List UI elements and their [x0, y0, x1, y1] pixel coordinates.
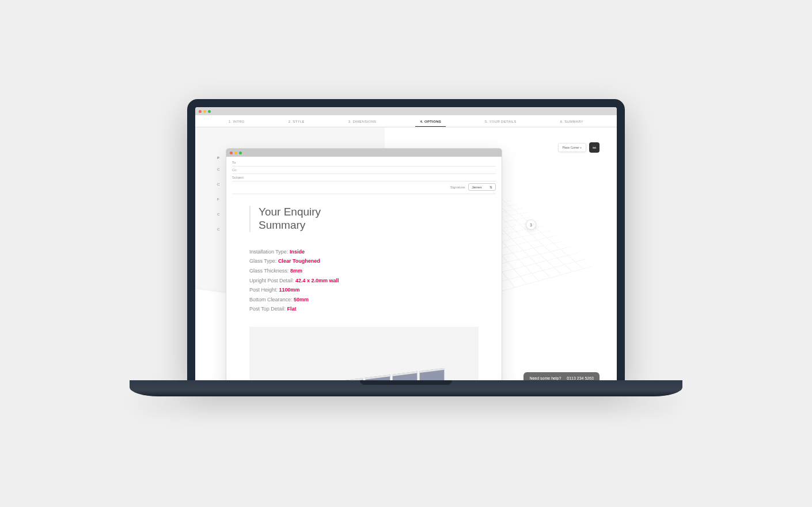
summary-value: 8mm: [290, 268, 302, 274]
step-tabs: 1. INTRO 2. STYLE 3. DIMENSIONS 4. OPTIO…: [195, 115, 617, 127]
close-icon[interactable]: [199, 110, 202, 113]
email-header-fields: To: Cc: Subject: Signature: James: [226, 157, 502, 195]
summary-value: Flat: [287, 306, 296, 312]
summary-row: Post Top Detail: Flat: [249, 304, 479, 314]
preview-render: [249, 327, 479, 381]
email-compose-window: To: Cc: Subject: Signature: James: [226, 148, 502, 381]
summary-value: 1100mm: [279, 287, 300, 293]
summary-row: Glass Thickness: 8mm: [249, 266, 479, 276]
email-body[interactable]: Your Enquiry Summary Installation Type: …: [226, 195, 502, 381]
signature-row: Signature: James ⇅: [232, 181, 496, 194]
summary-label: Glass Thickness:: [249, 268, 289, 274]
option-item[interactable]: C: [217, 168, 219, 171]
summary-row: Post Height: 1100mm: [249, 285, 479, 295]
laptop-screen-bezel: 1. INTRO 2. STYLE 3. DIMENSIONS 4. OPTIO…: [187, 99, 625, 381]
option-item[interactable]: C: [217, 228, 219, 231]
signature-select[interactable]: James ⇅: [468, 183, 496, 191]
laptop-mockup: 1. INTRO 2. STYLE 3. DIMENSIONS 4. OPTIO…: [130, 99, 682, 396]
summary-list: Installation Type: Inside Glass Type: Cl…: [249, 247, 479, 314]
summary-label: Glass Type:: [249, 258, 276, 264]
view-360-button[interactable]: 360: [589, 142, 599, 153]
tab-options[interactable]: 4. OPTIONS: [415, 117, 446, 127]
option-item[interactable]: C: [217, 183, 219, 186]
summary-label: Bottom Clearance:: [249, 297, 293, 302]
signature-value: James: [472, 186, 482, 189]
laptop-notch: [360, 380, 452, 385]
tab-details[interactable]: 5. YOUR DETAILS: [480, 117, 521, 127]
help-text: Need some help?: [529, 376, 561, 380]
maximize-icon[interactable]: [239, 152, 242, 154]
summary-label: Installation Type:: [249, 249, 288, 255]
summary-value: Inside: [290, 249, 305, 255]
option-group-label: P: [217, 156, 219, 160]
option-item[interactable]: F: [217, 198, 219, 201]
summary-label: Upright Post Detail:: [249, 278, 294, 283]
marker-badge[interactable]: 3: [526, 220, 536, 230]
summary-row: Installation Type: Inside: [249, 247, 479, 257]
minimize-icon[interactable]: [234, 152, 237, 154]
place-corner-button[interactable]: Place Corner +: [558, 143, 587, 152]
summary-value: 42.4 x 2.0mm wall: [295, 278, 339, 283]
summary-row: Bottom Clearance: 50mm: [249, 295, 479, 305]
maximize-icon[interactable]: [208, 110, 211, 113]
glass-panel: [419, 368, 445, 381]
close-icon[interactable]: [230, 152, 233, 154]
cc-label: Cc:: [232, 168, 251, 172]
preview-fence: [283, 368, 445, 381]
title-line1: Your Enquiry: [259, 206, 321, 218]
tab-summary[interactable]: 6. SUMMARY: [556, 117, 588, 127]
option-item[interactable]: C: [217, 213, 219, 216]
tab-style[interactable]: 2. STYLE: [284, 117, 309, 127]
app-content: P C C F C C: [195, 127, 617, 381]
minimize-icon[interactable]: [203, 110, 206, 113]
summary-heading: Your Enquiry Summary: [249, 206, 479, 232]
tab-intro[interactable]: 1. INTRO: [224, 117, 249, 127]
cc-field[interactable]: Cc:: [232, 167, 496, 174]
summary-row: Glass Type: Clear Toughened: [249, 256, 479, 266]
title-line2: Summary: [259, 219, 305, 231]
tab-dimensions[interactable]: 3. DIMENSIONS: [344, 117, 381, 127]
summary-row: Upright Post Detail: 42.4 x 2.0mm wall: [249, 276, 479, 286]
summary-value: 50mm: [294, 297, 309, 302]
subject-field[interactable]: Subject:: [232, 174, 496, 181]
signature-label: Signature:: [450, 186, 466, 189]
summary-label: Post Height:: [249, 287, 278, 293]
to-field[interactable]: To:: [232, 159, 496, 167]
email-titlebar: [226, 149, 502, 157]
screen: 1. INTRO 2. STYLE 3. DIMENSIONS 4. OPTIO…: [195, 107, 617, 381]
viewport-controls: Place Corner + 360: [558, 142, 600, 153]
help-phone: 0113 234 5263: [567, 376, 594, 380]
chevron-updown-icon: ⇅: [490, 185, 492, 189]
summary-label: Post Top Detail:: [249, 306, 286, 312]
to-label: To:: [232, 161, 251, 164]
laptop-base: [130, 380, 682, 396]
subject-label: Subject:: [232, 176, 251, 179]
options-sidebar: P C C F C C: [217, 156, 219, 243]
window-titlebar: [195, 107, 617, 115]
summary-value: Clear Toughened: [278, 258, 320, 264]
